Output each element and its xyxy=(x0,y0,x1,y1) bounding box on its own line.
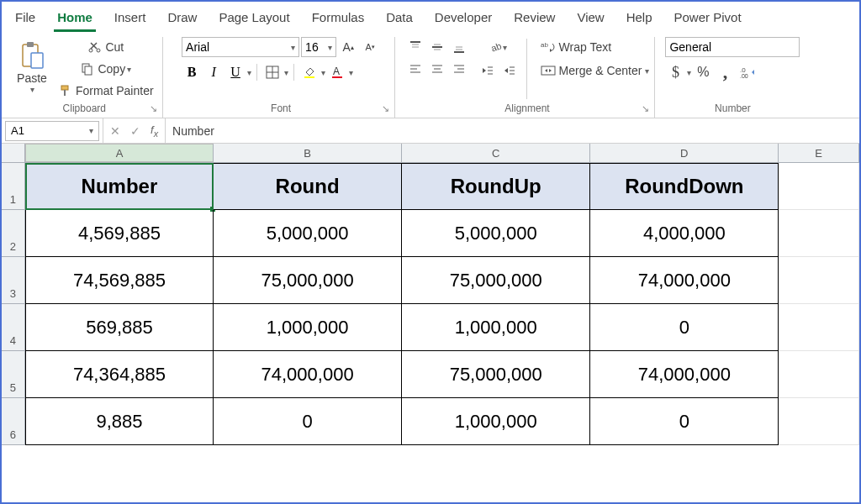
dialog-launcher-icon[interactable]: ↘ xyxy=(382,103,389,114)
cell-D2[interactable]: 4,000,000 xyxy=(590,210,779,257)
cell-A6[interactable]: 9,885 xyxy=(25,398,214,445)
orientation-button[interactable]: ab▾ xyxy=(478,37,520,57)
dialog-launcher-icon[interactable]: ↘ xyxy=(150,103,157,114)
underline-button[interactable]: U xyxy=(225,62,246,82)
tab-developer[interactable]: Developer xyxy=(431,7,495,32)
cell-D6[interactable]: 0 xyxy=(590,398,779,445)
accounting-format-button[interactable]: $ xyxy=(665,62,685,82)
cell-E3[interactable] xyxy=(779,257,859,304)
col-header-C[interactable]: C xyxy=(402,144,590,162)
row-header-2[interactable]: 2 xyxy=(2,210,25,257)
dialog-launcher-icon[interactable]: ↘ xyxy=(642,103,649,114)
tab-insert[interactable]: Insert xyxy=(111,7,150,32)
cell-E6[interactable] xyxy=(779,398,859,445)
formula-input[interactable]: Number xyxy=(166,124,221,138)
cell-C4[interactable]: 1,000,000 xyxy=(402,304,590,351)
borders-button[interactable] xyxy=(262,62,283,82)
cell-C1[interactable]: RoundUp xyxy=(402,163,590,210)
decrease-font-button[interactable]: A▾ xyxy=(360,37,380,57)
align-right-button[interactable] xyxy=(449,59,469,79)
tab-page-layout[interactable]: Page Layout xyxy=(215,7,293,32)
row-header-4[interactable]: 4 xyxy=(2,304,25,351)
cell-D3[interactable]: 74,000,000 xyxy=(590,257,779,304)
tab-review[interactable]: Review xyxy=(510,7,558,32)
chevron-down-icon[interactable]: ▾ xyxy=(247,68,251,77)
spreadsheet-grid[interactable]: A B C D E 1 Number Round RoundUp RoundDo… xyxy=(2,144,859,502)
col-header-B[interactable]: B xyxy=(214,144,402,162)
tab-data[interactable]: Data xyxy=(383,7,416,32)
cell-D5[interactable]: 74,000,000 xyxy=(590,351,779,398)
comma-format-button[interactable]: , xyxy=(715,62,735,82)
cell-E5[interactable] xyxy=(779,351,859,398)
tab-file[interactable]: File xyxy=(12,7,39,32)
chevron-down-icon[interactable]: ▾ xyxy=(349,68,353,77)
font-name-select[interactable]: Arial▾ xyxy=(182,37,299,57)
cell-E1[interactable] xyxy=(779,163,859,210)
cell-A1[interactable]: Number xyxy=(25,163,214,210)
chevron-down-icon[interactable]: ▾ xyxy=(321,68,325,77)
group-alignment: ab▾ ab Wrap Text Merge & Center xyxy=(400,37,656,118)
chevron-down-icon[interactable]: ▾ xyxy=(284,68,288,77)
align-middle-button[interactable] xyxy=(427,37,447,57)
select-all-corner[interactable] xyxy=(2,144,25,162)
cell-B6[interactable]: 0 xyxy=(214,398,402,445)
cell-B4[interactable]: 1,000,000 xyxy=(214,304,402,351)
tab-draw[interactable]: Draw xyxy=(164,7,200,32)
copy-button[interactable]: Copy ▾ xyxy=(55,59,157,79)
cell-D1[interactable]: RoundDown xyxy=(590,163,779,210)
align-bottom-button[interactable] xyxy=(449,37,469,57)
merge-center-button[interactable]: Merge & Center ▾ xyxy=(541,60,650,81)
insert-function-button[interactable]: fx xyxy=(151,123,158,139)
cut-button[interactable]: Cut xyxy=(55,37,157,57)
cancel-icon[interactable]: ✕ xyxy=(110,124,120,138)
cell-E2[interactable] xyxy=(779,210,859,257)
align-left-button[interactable] xyxy=(405,59,425,79)
cell-C3[interactable]: 75,000,000 xyxy=(402,257,590,304)
fill-color-button[interactable] xyxy=(299,62,320,82)
tab-formulas[interactable]: Formulas xyxy=(309,7,368,32)
cell-A3[interactable]: 74,569,885 xyxy=(25,257,214,304)
col-header-E[interactable]: E xyxy=(779,144,859,162)
font-size-select[interactable]: 16▾ xyxy=(301,37,336,57)
name-box[interactable]: A1 ▾ xyxy=(5,121,99,141)
align-middle-icon xyxy=(430,40,444,54)
cell-B1[interactable]: Round xyxy=(214,163,402,210)
tab-power-pivot[interactable]: Power Pivot xyxy=(671,7,745,32)
cell-D4[interactable]: 0 xyxy=(590,304,779,351)
row-header-1[interactable]: 1 xyxy=(2,163,25,210)
cell-B5[interactable]: 74,000,000 xyxy=(214,351,402,398)
bold-button[interactable]: B xyxy=(182,62,202,82)
italic-button[interactable]: I xyxy=(203,62,224,82)
col-header-D[interactable]: D xyxy=(590,144,779,162)
wrap-text-button[interactable]: ab Wrap Text xyxy=(541,37,650,57)
row-header-3[interactable]: 3 xyxy=(2,257,25,304)
align-center-button[interactable] xyxy=(427,59,447,79)
paste-button[interactable]: Paste ▾ xyxy=(12,37,52,97)
cell-B3[interactable]: 75,000,000 xyxy=(214,257,402,304)
cell-B2[interactable]: 5,000,000 xyxy=(214,210,402,257)
font-color-button[interactable]: A xyxy=(327,62,347,82)
cell-C5[interactable]: 75,000,000 xyxy=(402,351,590,398)
cell-C2[interactable]: 5,000,000 xyxy=(402,210,590,257)
increase-font-button[interactable]: A▴ xyxy=(338,37,358,57)
cell-A2[interactable]: 4,569,885 xyxy=(25,210,214,257)
col-header-A[interactable]: A xyxy=(25,144,214,162)
cell-A5[interactable]: 74,364,885 xyxy=(25,351,214,398)
cell-C6[interactable]: 1,000,000 xyxy=(402,398,590,445)
row-header-5[interactable]: 5 xyxy=(2,351,25,398)
chevron-down-icon[interactable]: ▾ xyxy=(687,68,691,77)
tab-view[interactable]: View xyxy=(573,7,607,32)
cell-E4[interactable] xyxy=(779,304,859,351)
row-header-6[interactable]: 6 xyxy=(2,398,25,445)
tab-home[interactable]: Home xyxy=(54,7,96,32)
decrease-indent-button[interactable] xyxy=(478,60,498,81)
increase-decimal-button[interactable]: .0.00 xyxy=(737,62,760,82)
number-format-select[interactable]: General xyxy=(665,37,800,57)
format-painter-button[interactable]: Format Painter xyxy=(55,81,157,101)
align-top-button[interactable] xyxy=(405,37,425,57)
cell-A4[interactable]: 569,885 xyxy=(25,304,214,351)
percent-format-button[interactable]: % xyxy=(693,62,713,82)
increase-indent-button[interactable] xyxy=(499,60,520,81)
enter-icon[interactable]: ✓ xyxy=(130,124,140,138)
tab-help[interactable]: Help xyxy=(623,7,656,32)
